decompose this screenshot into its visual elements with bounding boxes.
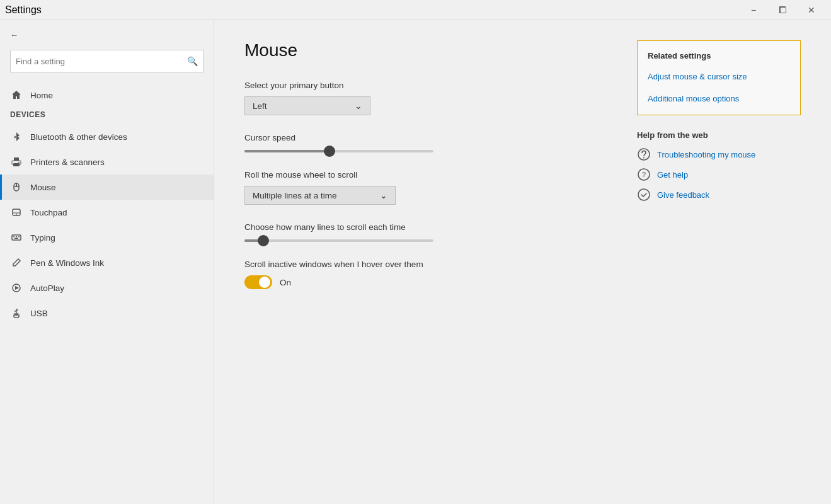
scroll-wheel-label: Roll the mouse wheel to scroll [244,170,612,180]
bluetooth-icon [10,130,23,143]
scroll-wheel-value: Multiple lines at a time [253,191,337,200]
scroll-inactive-label: Scroll inactive windows when I hover ove… [244,260,612,269]
related-settings-link-cursor[interactable]: Adjust mouse & cursor size [638,66,800,88]
scroll-lines-slider[interactable] [244,239,433,242]
sidebar-item-bluetooth[interactable]: Bluetooth & other devices [0,124,214,149]
sidebar-item-label-printers: Printers & scanners [30,158,105,167]
scroll-lines-thumb[interactable] [258,235,269,246]
help-link-feedback-label: Give feedback [657,190,709,200]
scroll-lines-section: Choose how many lines to scroll each tim… [244,222,612,242]
scroll-inactive-toggle[interactable] [244,275,272,289]
svg-rect-13 [16,236,17,238]
titlebar-title: Settings [5,4,42,16]
scroll-inactive-section: Scroll inactive windows when I hover ove… [244,260,612,289]
svg-marker-17 [15,286,19,290]
sidebar-item-pen[interactable]: Pen & Windows Ink [0,250,214,275]
svg-point-21 [643,158,645,159]
cursor-speed-thumb[interactable] [324,146,335,157]
main-content: Mouse Select your primary button Left ⌄ … [214,20,831,504]
svg-point-18 [14,311,16,312]
page-title: Mouse [244,40,612,60]
sidebar-item-typing[interactable]: Typing [0,225,214,250]
scroll-inactive-toggle-label: On [280,278,291,287]
primary-button-section: Select your primary button Left ⌄ [244,81,612,115]
touchpad-icon [10,206,23,219]
search-icon: 🔍 [187,56,198,66]
sidebar-item-printers[interactable]: Printers & scanners [0,149,214,175]
usb-icon [10,307,23,319]
cursor-speed-label: Cursor speed [244,133,612,142]
svg-point-3 [18,162,20,163]
sidebar-item-mouse[interactable]: Mouse [0,175,214,200]
sidebar-item-touchpad[interactable]: Touchpad [0,200,214,225]
sidebar-item-label-mouse: Mouse [30,183,56,192]
titlebar-left: Settings [5,4,42,16]
get-help-icon: ? [637,168,651,181]
sidebar: ← 🔍 Home Devices Bluetooth & o [0,20,214,504]
help-link-feedback[interactable]: Give feedback [637,188,801,202]
sidebar-item-label-home: Home [30,91,53,100]
related-settings-title: Related settings [638,46,800,66]
primary-button-value: Left [253,101,267,111]
minimize-button[interactable]: − [739,0,768,20]
svg-rect-1 [14,158,19,161]
cursor-speed-fill [244,150,330,152]
typing-icon [10,231,23,244]
sidebar-item-home[interactable]: Home [0,83,214,108]
app-body: ← 🔍 Home Devices Bluetooth & o [0,20,831,504]
scroll-wheel-section: Roll the mouse wheel to scroll Multiple … [244,170,612,205]
svg-rect-15 [14,238,18,239]
printer-icon [10,156,23,168]
primary-button-dropdown[interactable]: Left ⌄ [244,96,370,115]
scroll-lines-label: Choose how many lines to scroll each tim… [244,222,612,232]
scroll-wheel-chevron-icon: ⌄ [380,190,387,200]
titlebar-controls: − ⧠ ✕ [739,0,826,20]
svg-text:?: ? [642,171,646,178]
content-right: Related settings Adjust mouse & cursor s… [637,40,801,484]
sidebar-section-devices: Devices [0,108,214,124]
search-box[interactable]: 🔍 [10,50,203,72]
related-settings-box: Related settings Adjust mouse & cursor s… [637,40,801,115]
titlebar: Settings − ⧠ ✕ [0,0,831,20]
help-link-get-help[interactable]: ? Get help [637,168,801,181]
mouse-icon [10,181,23,193]
search-input[interactable] [16,57,187,66]
svg-rect-12 [13,236,14,238]
scroll-lines-track [244,239,433,242]
sidebar-item-label-autoplay: AutoPlay [30,284,64,293]
sidebar-item-label-typing: Typing [30,233,55,243]
svg-rect-11 [12,235,21,240]
sidebar-item-label-touchpad: Touchpad [30,208,67,217]
related-settings-link-options[interactable]: Additional mouse options [638,88,800,110]
feedback-icon [637,188,651,202]
autoplay-icon [10,282,23,294]
scroll-inactive-toggle-container: On [244,275,612,289]
help-title: Help from the web [637,130,801,140]
help-link-get-help-label: Get help [657,170,688,180]
svg-point-7 [16,185,17,186]
close-button[interactable]: ✕ [797,0,826,20]
help-link-troubleshoot[interactable]: Troubleshooting my mouse [637,147,801,161]
sidebar-item-label-usb: USB [30,309,48,318]
svg-point-24 [638,189,650,200]
pen-icon [10,256,23,269]
help-section: Help from the web Troubleshooting my mou… [637,130,801,202]
help-link-troubleshoot-label: Troubleshooting my mouse [657,150,755,159]
maximize-button[interactable]: ⧠ [768,0,797,20]
svg-rect-14 [18,236,20,238]
sidebar-item-autoplay[interactable]: AutoPlay [0,275,214,301]
toggle-knob [259,277,270,288]
primary-button-chevron-icon: ⌄ [355,101,362,111]
troubleshoot-icon [637,147,651,161]
svg-point-19 [17,309,18,311]
sidebar-item-label-bluetooth: Bluetooth & other devices [30,132,127,142]
back-button[interactable]: ← [0,25,214,45]
scroll-wheel-dropdown[interactable]: Multiple lines at a time ⌄ [244,186,396,205]
content-left: Mouse Select your primary button Left ⌄ … [244,40,612,484]
cursor-speed-slider[interactable] [244,150,433,152]
sidebar-item-usb[interactable]: USB [0,301,214,326]
back-arrow-icon: ← [10,30,18,40]
home-icon [10,89,23,101]
primary-button-label: Select your primary button [244,81,612,90]
cursor-speed-track [244,150,433,152]
